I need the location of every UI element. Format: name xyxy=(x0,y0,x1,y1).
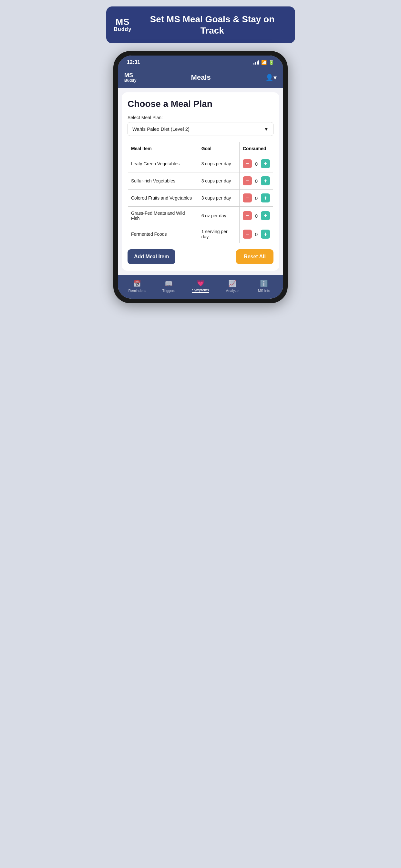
header-logo-buddy: Buddy xyxy=(124,78,136,83)
banner-logo-ms: MS xyxy=(116,18,130,27)
bottom-buttons: Add Meal Item Reset All xyxy=(127,249,274,264)
count-value: 0 xyxy=(254,161,259,166)
app-banner: MS Buddy Set MS Meal Goals & Stay on Tra… xyxy=(106,6,295,43)
nav-item-reminders[interactable]: 📅 Reminders xyxy=(121,280,153,292)
triggers-icon: 📖 xyxy=(165,280,173,287)
banner-logo: MS Buddy xyxy=(114,18,132,32)
consumed-cell: −0+ xyxy=(243,211,270,220)
table-row: Grass-Fed Meats and Wild Fish6 oz per da… xyxy=(128,207,274,225)
col-header-goal: Goal xyxy=(198,142,239,155)
ms-info-icon: ℹ️ xyxy=(260,280,268,287)
status-bar: 12:31 📶 🔋 xyxy=(118,56,283,68)
section-title: Choose a Meal Plan xyxy=(127,99,274,109)
analyze-icon: 📈 xyxy=(228,280,236,287)
main-content: Choose a Meal Plan Select Meal Plan: Wah… xyxy=(122,92,279,271)
meal-plan-select[interactable]: Wahls Paleo Diet (Level 2) ▼ xyxy=(127,122,274,136)
meal-plan-value: Wahls Paleo Diet (Level 2) xyxy=(132,126,189,132)
wifi-icon: 📶 xyxy=(261,60,267,65)
select-label: Select Meal Plan: xyxy=(127,115,274,120)
add-meal-button[interactable]: Add Meal Item xyxy=(127,249,175,264)
meal-item-consumed: −0+ xyxy=(239,190,273,207)
increment-button[interactable]: + xyxy=(261,211,270,220)
meal-item-name: Colored Fruits and Vegetables xyxy=(128,190,198,207)
bottom-nav: 📅 Reminders 📖 Triggers 💗 Symptoms 📈 Anal… xyxy=(118,275,283,299)
nav-label-analyze: Analyze xyxy=(226,289,239,292)
count-value: 0 xyxy=(254,195,259,201)
decrement-button[interactable]: − xyxy=(243,229,252,239)
table-row: Colored Fruits and Vegetables3 cups per … xyxy=(128,190,274,207)
nav-item-symptoms[interactable]: 💗 Symptoms xyxy=(185,279,216,293)
count-value: 0 xyxy=(254,213,259,219)
meal-item-name: Fermented Foods xyxy=(128,225,198,244)
reset-all-button[interactable]: Reset All xyxy=(236,249,274,264)
symptoms-icon: 💗 xyxy=(197,279,205,287)
table-row: Sulfur-rich Vegetables3 cups per day−0+ xyxy=(128,173,274,190)
nav-label-triggers: Triggers xyxy=(162,289,175,292)
phone-inner: 12:31 📶 🔋 MS Buddy xyxy=(118,56,283,299)
header-title: Meals xyxy=(191,73,211,82)
nav-item-triggers[interactable]: 📖 Triggers xyxy=(153,280,184,292)
header-user-icon[interactable]: 👤▾ xyxy=(266,73,277,82)
header-logo: MS Buddy xyxy=(124,72,136,83)
increment-button[interactable]: + xyxy=(261,159,270,168)
consumed-cell: −0+ xyxy=(243,176,270,185)
meal-item-goal: 3 cups per day xyxy=(198,173,239,190)
consumed-cell: −0+ xyxy=(243,193,270,203)
increment-button[interactable]: + xyxy=(261,229,270,239)
meal-item-goal: 3 cups per day xyxy=(198,190,239,207)
battery-icon: 🔋 xyxy=(269,60,274,65)
meal-item-name: Leafy Green Vegetables xyxy=(128,155,198,173)
nav-label-symptoms: Symptoms xyxy=(192,288,209,293)
nav-label-ms-info: MS Info xyxy=(258,289,270,292)
meal-item-goal: 1 serving per day xyxy=(198,225,239,244)
header-logo-ms: MS xyxy=(124,72,133,78)
status-icons: 📶 🔋 xyxy=(253,60,274,65)
decrement-button[interactable]: − xyxy=(243,159,252,168)
app-header: MS Buddy Meals 👤▾ xyxy=(118,68,283,88)
decrement-button[interactable]: − xyxy=(243,211,252,220)
meal-item-consumed: −0+ xyxy=(239,225,273,244)
col-header-meal-item: Meal Item xyxy=(128,142,198,155)
meal-table: Meal Item Goal Consumed Leafy Green Vege… xyxy=(127,142,274,244)
decrement-button[interactable]: − xyxy=(243,193,252,203)
dropdown-arrow-icon: ▼ xyxy=(264,126,269,132)
meal-item-goal: 3 cups per day xyxy=(198,155,239,173)
nav-label-reminders: Reminders xyxy=(128,289,146,292)
reminders-icon: 📅 xyxy=(133,280,141,287)
nav-item-ms-info[interactable]: ℹ️ MS Info xyxy=(248,280,280,292)
decrement-button[interactable]: − xyxy=(243,176,252,185)
meal-item-name: Sulfur-rich Vegetables xyxy=(128,173,198,190)
nav-item-analyze[interactable]: 📈 Analyze xyxy=(216,280,248,292)
phone-frame: 12:31 📶 🔋 MS Buddy xyxy=(113,51,288,303)
banner-logo-buddy: Buddy xyxy=(114,27,132,32)
banner-title: Set MS Meal Goals & Stay on Track xyxy=(137,13,287,36)
page-wrapper: MS Buddy Set MS Meal Goals & Stay on Tra… xyxy=(100,0,301,316)
meal-item-consumed: −0+ xyxy=(239,173,273,190)
meal-item-consumed: −0+ xyxy=(239,155,273,173)
increment-button[interactable]: + xyxy=(261,176,270,185)
count-value: 0 xyxy=(254,231,259,237)
status-time: 12:31 xyxy=(127,59,140,65)
consumed-cell: −0+ xyxy=(243,159,270,168)
meal-item-goal: 6 oz per day xyxy=(198,207,239,225)
increment-button[interactable]: + xyxy=(261,193,270,203)
consumed-cell: −0+ xyxy=(243,229,270,239)
col-header-consumed: Consumed xyxy=(239,142,273,155)
table-row: Leafy Green Vegetables3 cups per day−0+ xyxy=(128,155,274,173)
meal-item-consumed: −0+ xyxy=(239,207,273,225)
signal-bars-icon xyxy=(253,60,259,65)
count-value: 0 xyxy=(254,178,259,184)
meal-item-name: Grass-Fed Meats and Wild Fish xyxy=(128,207,198,225)
table-row: Fermented Foods1 serving per day−0+ xyxy=(128,225,274,244)
